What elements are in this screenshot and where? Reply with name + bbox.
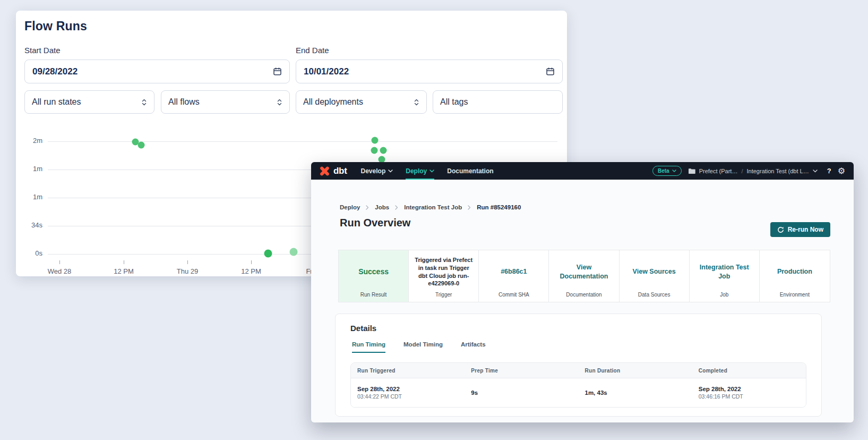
breadcrumb-separator-icon xyxy=(366,205,369,210)
column-header-prep-time: Prep Time xyxy=(465,368,578,374)
x-tick xyxy=(124,260,124,264)
flow-run-point[interactable] xyxy=(380,147,387,154)
job-caption: Job xyxy=(690,292,759,298)
end-date-input[interactable] xyxy=(296,60,563,83)
folder-icon xyxy=(688,168,695,174)
column-header-run-duration: Run Duration xyxy=(579,368,692,374)
nav-deploy-label: Deploy xyxy=(406,167,427,175)
breadcrumb-deploy[interactable]: Deploy xyxy=(340,204,360,210)
nav-documentation[interactable]: Documentation xyxy=(447,162,493,180)
completed-time: 03:46:16 PM CDT xyxy=(699,393,800,400)
cell-completed: Sep 28th, 2022 03:46:16 PM CDT xyxy=(692,378,806,407)
tags-select-value: All tags xyxy=(440,97,468,107)
trigger-value: Triggered via Prefect in task run Trigge… xyxy=(414,256,473,287)
end-date-value[interactable] xyxy=(304,66,546,77)
help-icon[interactable]: ? xyxy=(827,167,831,175)
gridline xyxy=(48,141,557,142)
job-link[interactable]: Integration Test Job xyxy=(695,263,754,281)
run-states-select[interactable]: All run states xyxy=(24,90,154,114)
y-tick-label: 1m xyxy=(16,193,42,201)
flow-run-point[interactable] xyxy=(371,147,378,154)
y-tick-label: 2m xyxy=(16,137,42,145)
x-tick-label: Wed 28 xyxy=(48,267,72,275)
flow-run-point[interactable] xyxy=(138,142,145,149)
end-date-label: End Date xyxy=(296,46,329,55)
select-chevrons-icon xyxy=(414,98,419,106)
job-card: Integration Test Job Job xyxy=(690,250,760,302)
breadcrumb-jobs[interactable]: Jobs xyxy=(375,204,389,210)
run-result-value: Success xyxy=(358,267,389,277)
x-tick-label: 12 PM xyxy=(241,267,261,275)
x-tick xyxy=(251,260,252,264)
tab-run-timing[interactable]: Run Timing xyxy=(352,341,385,353)
data-sources-card: View Sources Data Sources xyxy=(620,250,690,302)
deployments-select[interactable]: All deployments xyxy=(296,90,427,114)
chevron-down-icon xyxy=(672,170,676,172)
select-chevrons-icon xyxy=(141,98,147,106)
run-summary-cards: Success Run Result Triggered via Prefect… xyxy=(338,250,830,302)
flows-select-value: All flows xyxy=(168,97,200,107)
view-sources-link[interactable]: View Sources xyxy=(633,267,676,276)
nav-deploy[interactable]: Deploy xyxy=(406,162,434,180)
chevron-down-icon xyxy=(429,170,434,173)
details-tabs: Run Timing Model Timing Artifacts xyxy=(350,341,806,353)
chevron-down-icon xyxy=(388,170,393,173)
cell-run-triggered: Sep 28th, 2022 03:44:22 PM CDT xyxy=(351,378,465,407)
y-tick-label: 34s xyxy=(16,221,42,229)
tab-model-timing[interactable]: Model Timing xyxy=(403,341,443,353)
table-row: Sep 28th, 2022 03:44:22 PM CDT 9s 1m, 43… xyxy=(351,378,806,407)
x-tick-label: Thu 29 xyxy=(177,267,198,275)
dbt-logo[interactable]: dbt xyxy=(320,166,347,176)
calendar-icon[interactable] xyxy=(273,67,282,76)
project-breadcrumb[interactable]: Prefect (Part… / Integration Test (dbt L… xyxy=(688,168,818,174)
rerun-now-button[interactable]: Re-run Now xyxy=(770,222,830,237)
rerun-now-label: Re-run Now xyxy=(788,226,823,233)
details-panel: Details Run Timing Model Timing Artifact… xyxy=(335,314,822,417)
flows-select[interactable]: All flows xyxy=(161,90,290,114)
cell-run-duration: 1m, 43s xyxy=(579,378,692,407)
nav-develop[interactable]: Develop xyxy=(361,162,393,180)
column-header-run-triggered: Run Triggered xyxy=(351,368,465,374)
dbt-logo-icon xyxy=(320,166,330,176)
breadcrumb-run-number: Run #85249160 xyxy=(477,204,521,210)
environment-caption: Environment xyxy=(760,292,830,298)
flow-run-point[interactable] xyxy=(372,137,379,144)
completed-date: Sep 28th, 2022 xyxy=(699,386,800,392)
run-result-caption: Run Result xyxy=(339,292,408,298)
settings-gear-icon[interactable]: ⚙ xyxy=(838,167,845,175)
column-header-completed: Completed xyxy=(692,368,806,374)
account-name[interactable]: Prefect (Part… xyxy=(699,168,738,174)
run-triggered-date: Sep 28th, 2022 xyxy=(357,386,458,392)
start-date-input[interactable] xyxy=(24,60,290,83)
flow-run-point[interactable] xyxy=(264,250,272,258)
deployments-select-value: All deployments xyxy=(303,97,363,107)
run-triggered-time: 03:44:22 PM CDT xyxy=(357,393,458,400)
commit-sha-link[interactable]: #6b86c1 xyxy=(501,267,527,276)
breadcrumb-integration-test-job[interactable]: Integration Test Job xyxy=(404,204,462,210)
start-date-value[interactable] xyxy=(32,66,273,77)
view-documentation-link[interactable]: View Documentation xyxy=(554,263,613,281)
data-sources-caption: Data Sources xyxy=(620,292,689,298)
beta-badge[interactable]: Beta xyxy=(652,166,682,176)
flow-run-point[interactable] xyxy=(290,248,298,256)
project-name[interactable]: Integration Test (dbt L… xyxy=(747,168,809,174)
tab-artifacts[interactable]: Artifacts xyxy=(461,341,486,353)
header-right-controls: Beta Prefect (Part… / Integration Test (… xyxy=(652,166,845,176)
run-timing-table: Run Triggered Prep Time Run Duration Com… xyxy=(350,362,806,408)
path-separator: / xyxy=(741,168,743,174)
dbt-cloud-window: dbt Develop Deploy Documentation Beta Pr… xyxy=(311,162,854,422)
environment-link[interactable]: Production xyxy=(777,267,812,276)
run-result-card: Success Run Result xyxy=(339,250,409,302)
desktop: { "colors": { "page_bg": "#e7ebf3", "pre… xyxy=(0,0,868,440)
page-title: Flow Runs xyxy=(24,19,87,33)
breadcrumb: Deploy Jobs Integration Test Job Run #85… xyxy=(340,204,521,210)
tags-select[interactable]: All tags xyxy=(433,90,563,114)
run-overview-title: Run Overview xyxy=(340,217,410,229)
dbt-logo-text: dbt xyxy=(333,166,347,176)
dbt-top-nav: Develop Deploy Documentation xyxy=(361,162,494,180)
cell-prep-time: 9s xyxy=(465,378,578,407)
calendar-icon[interactable] xyxy=(546,67,555,76)
table-header-row: Run Triggered Prep Time Run Duration Com… xyxy=(351,363,806,378)
documentation-card: View Documentation Documentation xyxy=(549,250,619,302)
environment-card: Production Environment xyxy=(760,250,830,302)
